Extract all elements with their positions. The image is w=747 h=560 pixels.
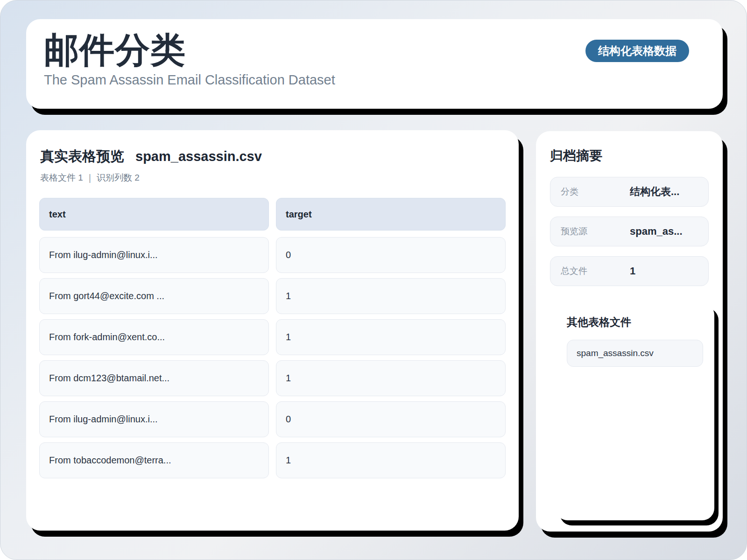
summary-item-value: spam_as...: [630, 225, 698, 238]
table-cell-target: 1: [276, 360, 506, 396]
table-cell-target: 1: [276, 319, 506, 355]
preview-title: 真实表格预览: [40, 147, 124, 166]
column-header-text: text: [39, 198, 269, 231]
summary-item-total-files: 总文件 1: [550, 256, 709, 286]
table-cell-target: 0: [276, 237, 506, 273]
preview-meta: 表格文件 1 ｜ 识别列数 2: [39, 172, 506, 184]
preview-title-row: 真实表格预览 spam_assassin.csv: [39, 147, 506, 166]
app-background: 结构化表格数据 邮件分类 The Spam Assassin Email Cla…: [0, 0, 747, 560]
summary-item-label: 总文件: [561, 265, 630, 277]
table-preview-card: 真实表格预览 spam_assassin.csv 表格文件 1 ｜ 识别列数 2…: [26, 130, 519, 531]
column-header-target: target: [276, 198, 506, 231]
table-cell-text: From tobaccodemon@terra...: [39, 442, 269, 478]
summary-item-label: 预览源: [561, 225, 630, 238]
data-table: text target From ilug-admin@linux.i... 0…: [39, 198, 506, 478]
table-cell-target: 0: [276, 401, 506, 437]
archive-summary-card: 归档摘要 分类 结构化表... 预览源 spam_as... 总文件 1 其他表…: [536, 131, 723, 532]
page-subtitle: The Spam Assassin Email Classification D…: [44, 72, 705, 88]
table-cell-text: From dcm123@btamail.net...: [39, 360, 269, 396]
other-files-card: 其他表格文件 spam_assassin.csv: [556, 303, 714, 520]
table-cell-target: 1: [276, 278, 506, 314]
summary-title: 归档摘要: [550, 147, 709, 165]
table-cell-text: From gort44@excite.com ...: [39, 278, 269, 314]
summary-item-label: 分类: [561, 186, 630, 198]
summary-item-preview-source: 预览源 spam_as...: [550, 217, 709, 246]
preview-filename: spam_assassin.csv: [135, 149, 262, 164]
summary-item-category: 分类 结构化表...: [550, 177, 709, 207]
table-cell-text: From fork-admin@xent.co...: [39, 319, 269, 355]
category-badge: 结构化表格数据: [585, 40, 689, 62]
table-cell-target: 1: [276, 442, 506, 478]
table-cell-text: From ilug-admin@linux.i...: [39, 237, 269, 273]
header-card: 结构化表格数据 邮件分类 The Spam Assassin Email Cla…: [26, 19, 723, 109]
file-item[interactable]: spam_assassin.csv: [567, 340, 703, 367]
other-files-title: 其他表格文件: [567, 315, 703, 329]
summary-item-value: 结构化表...: [630, 185, 698, 199]
summary-item-value: 1: [630, 265, 698, 277]
table-cell-text: From ilug-admin@linux.i...: [39, 401, 269, 437]
